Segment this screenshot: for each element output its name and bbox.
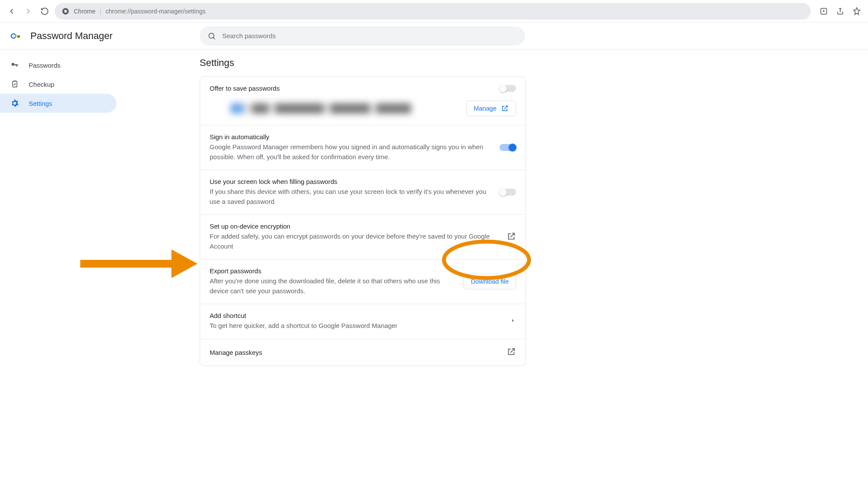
bookmark-icon[interactable] bbox=[851, 5, 863, 17]
sidebar-item-label: Checkup bbox=[29, 81, 54, 88]
app-title: Password Manager bbox=[30, 30, 113, 42]
sidebar-item-label: Settings bbox=[29, 100, 52, 107]
row-screen-lock: Use your screen lock when filling passwo… bbox=[200, 170, 526, 215]
sidebar-item-checkup[interactable]: Checkup bbox=[0, 75, 116, 94]
page-body: Passwords Checkup Settings Settings Offe… bbox=[0, 49, 868, 366]
forward-button[interactable] bbox=[22, 5, 35, 18]
browser-toolbar: Chrome | chrome://password-manager/setti… bbox=[0, 0, 868, 23]
row-passkeys[interactable]: Manage passkeys bbox=[200, 339, 526, 366]
search-input[interactable] bbox=[200, 26, 525, 46]
row-title: Sign in automatically bbox=[210, 133, 491, 141]
app-header: Password Manager bbox=[0, 23, 868, 49]
toolbar-icons bbox=[818, 5, 863, 17]
row-sub: After you're done using the downloaded f… bbox=[210, 276, 455, 296]
sidebar-item-label: Passwords bbox=[29, 62, 60, 69]
external-link-icon bbox=[501, 105, 509, 112]
search-field[interactable] bbox=[222, 32, 517, 39]
toggle-screen-lock[interactable] bbox=[500, 189, 516, 196]
row-title: Use your screen lock when filling passwo… bbox=[210, 178, 491, 185]
row-encryption[interactable]: Set up on-device encryption For added sa… bbox=[200, 215, 526, 259]
row-add-shortcut[interactable]: Add shortcut To get here quicker, add a … bbox=[200, 304, 526, 339]
row-export: Export passwords After you're done using… bbox=[200, 259, 526, 304]
settings-card: Offer to save passwords Manage Sign in a… bbox=[200, 76, 526, 366]
row-auto-signin: Sign in automatically Google Password Ma… bbox=[200, 125, 526, 170]
external-link-icon bbox=[506, 232, 516, 242]
row-offer-save-account: Manage bbox=[200, 95, 526, 125]
download-file-button[interactable]: Download file bbox=[464, 274, 516, 289]
reload-button[interactable] bbox=[38, 5, 51, 18]
toggle-offer-save[interactable] bbox=[500, 85, 516, 92]
chrome-icon bbox=[62, 7, 69, 15]
back-button[interactable] bbox=[5, 5, 18, 18]
manage-button[interactable]: Manage bbox=[467, 101, 516, 116]
row-title: Offer to save passwords bbox=[210, 85, 491, 92]
row-title: Add shortcut bbox=[210, 312, 501, 319]
nav-buttons bbox=[5, 5, 51, 18]
url-text: chrome://password-manager/settings bbox=[105, 8, 205, 15]
page-title: Settings bbox=[200, 57, 526, 69]
address-separator: | bbox=[100, 8, 102, 15]
sidebar-item-settings[interactable]: Settings bbox=[0, 94, 116, 113]
main-content: Settings Offer to save passwords Manage bbox=[122, 49, 868, 366]
row-offer-save: Offer to save passwords bbox=[200, 77, 526, 95]
row-title: Set up on-device encryption bbox=[210, 223, 498, 230]
manage-label: Manage bbox=[474, 105, 496, 112]
share-icon[interactable] bbox=[834, 5, 846, 17]
row-title: Manage passkeys bbox=[210, 349, 498, 356]
redacted-account-info bbox=[230, 103, 460, 114]
chrome-label: Chrome bbox=[74, 8, 95, 15]
row-sub: For added safety, you can encrypt passwo… bbox=[210, 232, 498, 251]
row-sub: If you share this device with others, yo… bbox=[210, 187, 491, 206]
key-icon bbox=[10, 61, 19, 69]
toggle-auto-signin[interactable] bbox=[500, 144, 516, 151]
install-icon[interactable] bbox=[818, 5, 830, 17]
search-icon bbox=[207, 32, 216, 40]
svg-point-3 bbox=[11, 34, 16, 38]
sidebar-item-passwords[interactable]: Passwords bbox=[0, 56, 116, 75]
svg-point-7 bbox=[209, 33, 214, 38]
gear-icon bbox=[10, 99, 19, 108]
sidebar: Passwords Checkup Settings bbox=[0, 49, 122, 366]
row-sub: To get here quicker, add a shortcut to G… bbox=[210, 321, 501, 331]
row-sub: Google Password Manager remembers how yo… bbox=[210, 142, 491, 162]
password-manager-logo-icon bbox=[10, 31, 21, 41]
svg-point-1 bbox=[64, 10, 67, 13]
address-bar[interactable]: Chrome | chrome://password-manager/setti… bbox=[55, 3, 811, 20]
chevron-right-icon bbox=[510, 318, 516, 325]
external-link-icon bbox=[506, 347, 516, 358]
download-label: Download file bbox=[471, 278, 509, 285]
row-title: Export passwords bbox=[210, 267, 455, 275]
clipboard-icon bbox=[10, 80, 19, 88]
svg-rect-5 bbox=[17, 35, 19, 38]
svg-rect-6 bbox=[19, 35, 20, 37]
